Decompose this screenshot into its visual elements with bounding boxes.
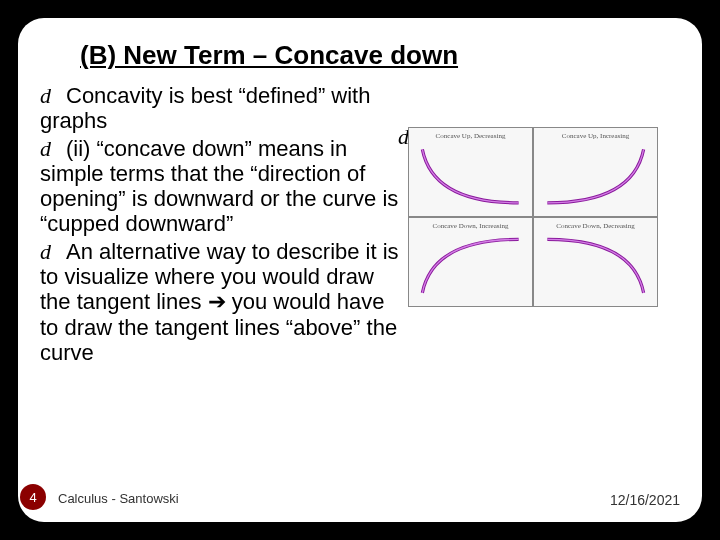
curve-down-increasing-icon (417, 234, 524, 298)
bullet-icon: d (40, 83, 66, 108)
bullet-2: d(ii) “concave down” means in simple ter… (40, 136, 400, 237)
cell-label: Concave Up, Increasing (534, 132, 657, 140)
page-number-badge: 4 (20, 484, 46, 510)
footer-center: Calculus - Santowski (58, 491, 179, 506)
bullet-3: dAn alternative way to describe it is to… (40, 239, 400, 365)
bullet-icon: d (40, 136, 66, 161)
cell-concave-down-decreasing: Concave Down, Decreasing (533, 217, 658, 307)
content-row: dConcavity is best “defined” with graphs… (40, 83, 680, 367)
bullet-icon: d (40, 239, 66, 264)
cell-concave-up-decreasing: Concave Up, Decreasing (408, 127, 533, 217)
cell-concave-up-increasing: Concave Up, Increasing (533, 127, 658, 217)
curve-down-decreasing-icon (542, 234, 649, 298)
curve-up-decreasing-icon (417, 144, 524, 208)
footer-date: 12/16/2021 (610, 492, 680, 508)
slide: (B) New Term – Concave down d dConcavity… (18, 18, 702, 522)
slide-title: (B) New Term – Concave down (80, 40, 680, 71)
concavity-grid: Concave Up, Decreasing Concave Up, Incre… (408, 127, 658, 307)
curve-up-increasing-icon (542, 144, 649, 208)
cell-label: Concave Up, Decreasing (409, 132, 532, 140)
text-column: dConcavity is best “defined” with graphs… (40, 83, 400, 367)
page-number: 4 (29, 490, 36, 505)
cell-label: Concave Down, Increasing (409, 222, 532, 230)
bullet-1: dConcavity is best “defined” with graphs (40, 83, 400, 134)
cell-concave-down-increasing: Concave Down, Increasing (408, 217, 533, 307)
bullet-text: Concavity is best “defined” with graphs (40, 83, 370, 133)
cell-label: Concave Down, Decreasing (534, 222, 657, 230)
bullet-text: (ii) “concave down” means in simple term… (40, 136, 398, 237)
image-column: Concave Up, Decreasing Concave Up, Incre… (408, 83, 658, 307)
bullet-text: An alternative way to describe it is to … (40, 239, 399, 365)
